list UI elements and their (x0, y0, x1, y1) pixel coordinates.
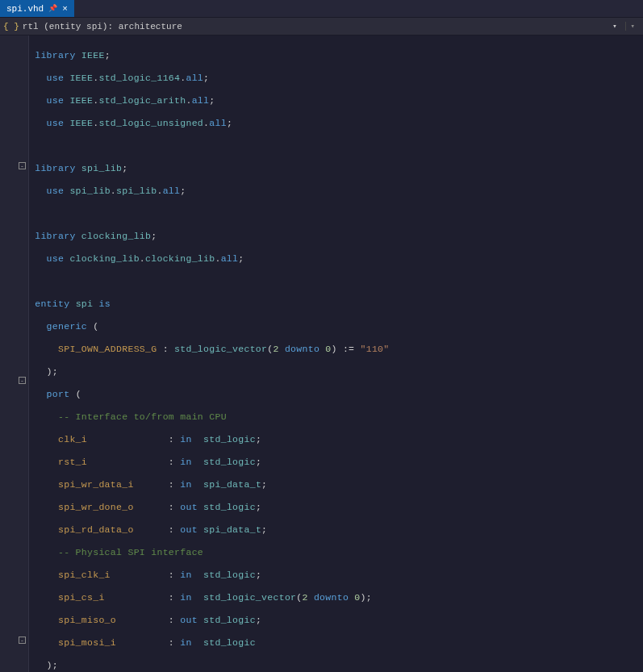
close-icon[interactable]: × (62, 4, 68, 14)
tab-filename: spi.vhd (6, 4, 44, 14)
pin-icon[interactable]: 📌 (48, 4, 57, 13)
nav-dropdown-right[interactable]: ▾ (625, 22, 640, 31)
fold-marker[interactable]: - (19, 637, 26, 644)
braces-icon: { } (3, 22, 19, 31)
fold-marker[interactable]: - (19, 377, 26, 384)
navigation-bar: { } rtl (entity spi): architecture ▾ ▾ (0, 18, 643, 35)
gutter: - - - (0, 35, 29, 672)
fold-marker[interactable]: - (19, 162, 26, 169)
code-editor[interactable]: - - - library IEEE; use IEEE.std_logic_1… (0, 35, 643, 672)
breadcrumb[interactable]: rtl (entity spi): architecture (23, 22, 182, 31)
nav-dropdown-left[interactable]: ▾ (612, 22, 621, 31)
tab-bar: spi.vhd 📌 × (0, 0, 643, 18)
code-area[interactable]: library IEEE; use IEEE.std_logic_1164.al… (29, 35, 643, 672)
tab-spi-vhd[interactable]: spi.vhd 📌 × (0, 0, 74, 17)
